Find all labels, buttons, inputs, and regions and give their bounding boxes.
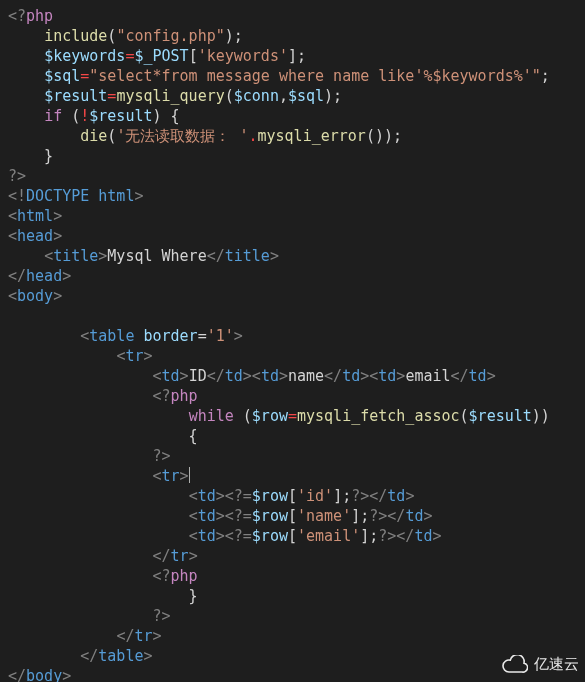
code-token xyxy=(8,527,189,545)
code-token: > xyxy=(98,247,107,265)
code-token: < xyxy=(189,487,198,505)
code-line: $sql="select*from message where name lik… xyxy=(8,67,550,85)
code-token: 'email' xyxy=(297,527,360,545)
code-token xyxy=(8,327,80,345)
code-token xyxy=(8,487,189,505)
code-token xyxy=(8,47,44,65)
code-token: > xyxy=(432,527,441,545)
code-token: ( xyxy=(460,407,469,425)
code-token: td xyxy=(405,507,423,525)
code-token: < xyxy=(8,207,17,225)
code-token: head xyxy=(17,227,53,245)
code-block: <?php include("config.php"); $keywords=$… xyxy=(0,0,585,682)
code-token xyxy=(8,387,153,405)
code-line: <tr> xyxy=(8,467,190,485)
code-token: </ xyxy=(451,367,469,385)
code-token: $result xyxy=(44,87,107,105)
code-line: <td>ID</td><td>name</td><td>email</td> xyxy=(8,367,496,385)
code-line: } xyxy=(8,587,198,605)
code-token: < xyxy=(153,367,162,385)
code-token: ?> xyxy=(378,527,396,545)
code-token: > xyxy=(53,287,62,305)
code-token: ]; xyxy=(288,47,306,65)
code-token: <? xyxy=(153,567,171,585)
code-token: 'keywords' xyxy=(198,47,288,65)
code-line: <?php xyxy=(8,7,53,25)
code-token: > xyxy=(270,247,279,265)
code-token: html xyxy=(17,207,53,225)
code-token: > xyxy=(216,527,225,545)
code-line: <td><?=$row['email'];?></td> xyxy=(8,527,442,545)
code-token: email xyxy=(405,367,450,385)
code-line: <?php xyxy=(8,567,198,585)
code-line: </head> xyxy=(8,267,71,285)
code-token: ); xyxy=(225,27,243,45)
code-line: } xyxy=(8,147,53,165)
code-token: < xyxy=(189,527,198,545)
code-token: $row xyxy=(252,487,288,505)
code-line: if (!$result) { xyxy=(8,107,180,125)
code-token: ]; xyxy=(333,487,351,505)
code-token xyxy=(8,247,44,265)
code-token: > xyxy=(216,487,225,505)
code-token xyxy=(8,447,153,465)
code-token: < xyxy=(153,467,162,485)
code-token: < xyxy=(8,287,17,305)
code-token: > xyxy=(53,207,62,225)
code-token xyxy=(8,407,189,425)
code-token: ]; xyxy=(360,527,378,545)
code-token: { xyxy=(8,427,198,445)
code-line: <head> xyxy=(8,227,62,245)
code-token: Mysql Where xyxy=(107,247,206,265)
code-token: . xyxy=(248,127,257,145)
code-token: ); xyxy=(324,87,342,105)
code-token: , xyxy=(279,87,288,105)
code-token: ()); xyxy=(366,127,402,145)
code-token: td xyxy=(198,527,216,545)
code-token: ( xyxy=(234,407,252,425)
code-token: > xyxy=(216,507,225,525)
code-token: > xyxy=(234,327,243,345)
code-token: < xyxy=(80,327,89,345)
code-token: < xyxy=(44,247,53,265)
code-line: </tr> xyxy=(8,547,198,565)
code-token xyxy=(8,647,80,665)
code-token: table xyxy=(89,327,134,345)
code-token: $conn xyxy=(234,87,279,105)
code-line: <td><?=$row['name'];?></td> xyxy=(8,507,432,525)
code-token: ! xyxy=(80,107,89,125)
code-token: } xyxy=(8,147,53,165)
code-token: <! xyxy=(8,187,26,205)
code-token xyxy=(8,27,44,45)
code-token: < xyxy=(369,367,378,385)
code-token: > xyxy=(180,467,189,485)
code-token: > xyxy=(405,487,414,505)
code-token: <? xyxy=(8,7,26,25)
code-token: $result xyxy=(89,107,152,125)
code-token: > xyxy=(53,227,62,245)
code-line: <tr> xyxy=(8,347,153,365)
code-token: ?> xyxy=(153,607,171,625)
code-token: </ xyxy=(8,667,26,682)
code-token: $result xyxy=(469,407,532,425)
code-token: td xyxy=(261,367,279,385)
code-token: [ xyxy=(288,507,297,525)
code-token: $row xyxy=(252,507,288,525)
code-token: <? xyxy=(153,387,171,405)
code-line: die('无法读取数据： '.mysqli_error()); xyxy=(8,127,402,145)
code-line: <table border='1'> xyxy=(8,327,243,345)
code-token: > xyxy=(487,367,496,385)
code-token: while xyxy=(189,407,234,425)
code-token: td xyxy=(198,507,216,525)
code-token: = xyxy=(80,67,89,85)
code-token: php xyxy=(171,567,198,585)
code-token: > xyxy=(423,507,432,525)
code-token: </ xyxy=(8,267,26,285)
code-token: > xyxy=(279,367,288,385)
code-token: <?= xyxy=(225,487,252,505)
code-token: php xyxy=(26,7,53,25)
code-token: ?> xyxy=(8,167,26,185)
code-line: <td><?=$row['id'];?></td> xyxy=(8,487,414,505)
code-token: mysqli_error xyxy=(258,127,366,145)
code-token: ?> xyxy=(153,447,171,465)
